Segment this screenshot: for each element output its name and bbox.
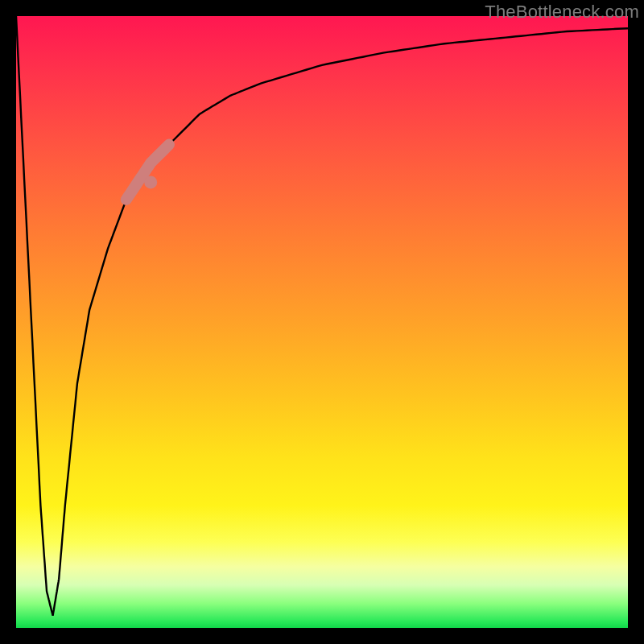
highlight-dot [144, 175, 157, 188]
chart-stage: TheBottleneck.com [0, 0, 644, 644]
bottleneck-curve [16, 16, 628, 616]
plot-frame [16, 16, 628, 628]
curve-layer [16, 16, 628, 628]
highlight-segment [126, 145, 169, 200]
watermark-text: TheBottleneck.com [485, 2, 639, 23]
